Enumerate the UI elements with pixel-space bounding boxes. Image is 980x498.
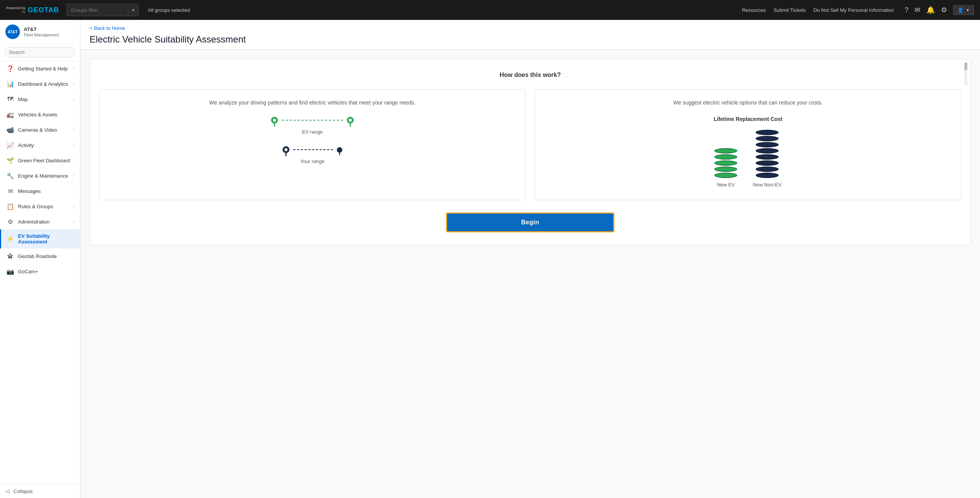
green-pin-right — [346, 116, 354, 127]
nav-icon-activity: 📈 — [7, 141, 14, 149]
sidebar-item-getting-started[interactable]: ❓ Getting Started & Help › — [0, 61, 80, 76]
new-ev-label: New EV — [717, 182, 735, 188]
ev-range-label: EV range — [302, 129, 323, 135]
ev-range-illustration: EV range — [109, 116, 516, 164]
nav-icon-rules-groups: 📋 — [7, 202, 14, 210]
sidebar-brand: AT&T AT&T Fleet Management — [0, 20, 80, 44]
sidebar-item-dashboard-analytics[interactable]: 📊 Dashboard & Analytics › — [0, 76, 80, 91]
sidebar-item-gocam[interactable]: 📷 GoCam+ — [0, 264, 80, 279]
brand-sub: Fleet Management — [24, 33, 59, 37]
nav-label-messages: Messages — [18, 188, 75, 194]
geotab-logo: Powered by by GEOTAB — [6, 6, 59, 14]
begin-button[interactable]: Begin — [446, 212, 614, 232]
submit-tickets-link[interactable]: Submit Tickets — [773, 7, 806, 13]
chevron-icon-getting-started: › — [73, 66, 75, 71]
nav-icon-cameras-video: 📹 — [7, 126, 14, 134]
nav-icon-administration: ⚙ — [7, 218, 14, 225]
sidebar-search[interactable] — [0, 44, 80, 61]
svg-point-6 — [337, 147, 342, 153]
geotab-brand: GEOTAB — [28, 6, 59, 14]
collapse-label: Collapse — [13, 488, 33, 494]
top-bar: Powered by by GEOTAB ▼ All groups select… — [0, 0, 980, 20]
new-non-ev-label: New Non-EV — [753, 182, 781, 188]
sidebar-item-messages[interactable]: ✉ Messages — [0, 183, 80, 199]
back-link[interactable]: < Back to Home — [90, 25, 125, 31]
green-pin-left — [270, 116, 279, 127]
nav-label-ev-suitability: EV Suitability Assessment — [18, 233, 75, 245]
brand-icon: AT&T — [5, 24, 20, 39]
sidebar-item-geotab-roadside[interactable]: 🛣 Geotab Roadside — [0, 248, 80, 264]
nav-icon-geotab-roadside: 🛣 — [7, 252, 14, 260]
page-title: Electric Vehicle Suitability Assessment — [90, 34, 971, 49]
nav-icon-gocam: 📷 — [7, 268, 14, 275]
sidebar-item-green-fleet[interactable]: 🌱 Green Fleet Dashboard — [0, 153, 80, 168]
nav-label-engine-maintenance: Engine & Maintenance — [18, 173, 69, 179]
sidebar-item-administration[interactable]: ⚙ Administration › — [0, 214, 80, 229]
nav-icon-vehicles-assets: 🚛 — [7, 111, 14, 118]
sidebar-item-ev-suitability[interactable]: ⚡ EV Suitability Assessment — [0, 229, 80, 248]
collapse-icon: ◁ — [5, 488, 10, 494]
nav-label-geotab-roadside: Geotab Roadside — [18, 253, 75, 259]
nav-label-rules-groups: Rules & Groups — [18, 204, 69, 209]
coin-dark-5 — [756, 154, 779, 160]
collapse-button[interactable]: ◁ Collapse — [0, 484, 80, 498]
svg-point-5 — [284, 148, 287, 151]
main-body: How does this work? We analyze your driv… — [80, 50, 980, 254]
nav-label-getting-started: Getting Started & Help — [18, 66, 69, 72]
scroll-indicator — [964, 62, 967, 85]
nav-icon-engine-maintenance: 🔧 — [7, 172, 14, 180]
chevron-icon-map: › — [73, 96, 75, 102]
resources-link[interactable]: Resources — [742, 7, 766, 13]
begin-btn-container: Begin — [99, 212, 961, 232]
main-header: < Back to Home Electric Vehicle Suitabil… — [80, 20, 980, 50]
settings-icon[interactable]: ⚙ — [941, 6, 947, 14]
nav-icon-green-fleet: 🌱 — [7, 157, 14, 164]
sidebar-item-rules-groups[interactable]: 📋 Rules & Groups › — [0, 199, 80, 214]
sidebar-item-cameras-video[interactable]: 📹 Cameras & Video › — [0, 122, 80, 137]
app-layout: AT&T AT&T Fleet Management ❓ Getting Sta… — [0, 20, 980, 498]
sidebar: AT&T AT&T Fleet Management ❓ Getting Sta… — [0, 20, 80, 498]
nav-icon-dashboard-analytics: 📊 — [7, 80, 14, 88]
sidebar-item-activity[interactable]: 📈 Activity › — [0, 137, 80, 153]
coin-dark-1 — [756, 130, 779, 135]
sidebar-item-map[interactable]: 🗺 Map › — [0, 91, 80, 107]
content-card: How does this work? We analyze your driv… — [90, 59, 971, 245]
chevron-icon-engine-maintenance: › — [73, 173, 75, 178]
nav-label-green-fleet: Green Fleet Dashboard — [18, 158, 75, 163]
chevron-icon-activity: › — [73, 142, 75, 148]
chevron-icon-rules-groups: › — [73, 204, 75, 209]
cost-title: Lifetime Replacement Cost — [714, 116, 782, 122]
help-icon[interactable]: ? — [905, 6, 908, 14]
info-cards-row: We analyze your driving patterns and fin… — [99, 89, 961, 200]
chevron-down-icon: ▼ — [131, 8, 135, 12]
bell-icon[interactable]: 🔔 — [926, 6, 935, 14]
your-range-dashed-line — [293, 149, 333, 150]
coin-green-4 — [714, 167, 737, 172]
scroll-thumb — [964, 62, 967, 70]
nav-label-map: Map — [18, 96, 69, 102]
user-icon: 👤 — [957, 7, 964, 13]
coin-dark-8 — [756, 173, 779, 178]
your-range-pins — [282, 145, 343, 157]
sidebar-item-engine-maintenance[interactable]: 🔧 Engine & Maintenance › — [0, 168, 80, 183]
sidebar-item-vehicles-assets[interactable]: 🚛 Vehicles & Assets — [0, 107, 80, 122]
coin-dark-4 — [756, 148, 779, 153]
mail-icon[interactable]: ✉ — [915, 6, 920, 14]
how-title: How does this work? — [99, 72, 961, 78]
lifetime-cost-card: We suggest electric vehicle options that… — [535, 89, 961, 200]
chevron-icon-dashboard-analytics: › — [73, 81, 75, 87]
coin-dark-3 — [756, 142, 779, 147]
main-content: < Back to Home Electric Vehicle Suitabil… — [80, 20, 980, 498]
user-menu-button[interactable]: 👤 ▼ — [953, 5, 974, 15]
groups-filter-input[interactable] — [67, 4, 128, 16]
nav-label-activity: Activity — [18, 142, 69, 148]
new-ev-coin-stack: New EV — [714, 148, 737, 188]
groups-filter-dropdown[interactable]: ▼ — [128, 4, 139, 16]
coin-dark-2 — [756, 136, 779, 141]
coin-dark-7 — [756, 167, 779, 172]
do-not-sell-link[interactable]: Do Not Sell My Personal Information — [813, 7, 894, 13]
search-input[interactable] — [5, 47, 75, 57]
nav-icon-messages: ✉ — [7, 187, 14, 195]
top-bar-links: Resources Submit Tickets Do Not Sell My … — [742, 5, 974, 15]
nav-label-vehicles-assets: Vehicles & Assets — [18, 112, 75, 118]
